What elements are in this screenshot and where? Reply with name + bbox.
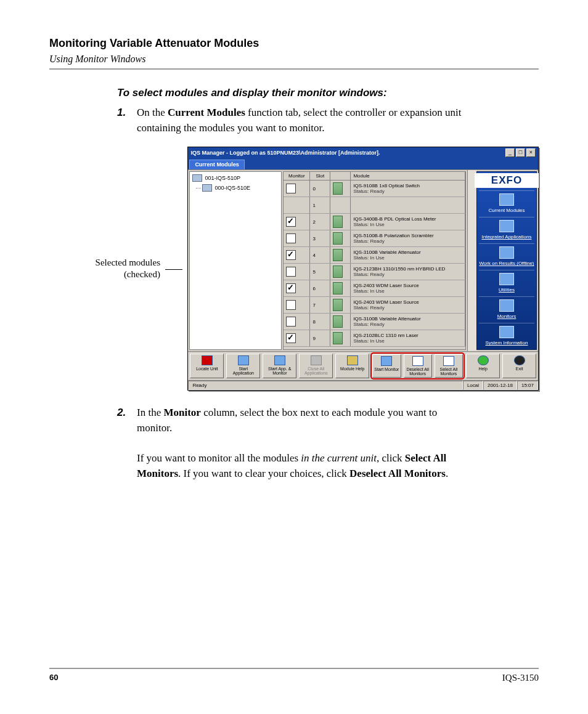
module-status: Status: In Use	[353, 288, 419, 294]
module-status: Status: Ready	[353, 238, 433, 244]
select-all-monitors-button[interactable]: Select All Monitors	[435, 354, 463, 378]
close-all-applications-button: Close All Applications	[299, 354, 333, 378]
column-headers: Monitor Slot Module	[284, 172, 465, 181]
nav-label: Integrated Applications	[479, 234, 534, 240]
app-window: IQS Manager - Logged on as 510PNUM23\Adm…	[187, 147, 539, 391]
module-row: 5IQS-2123BH 1310/1550 nm HYBRID LEDStatu…	[284, 264, 465, 280]
nav-item[interactable]: Current Modules	[479, 190, 534, 217]
slot-number: 2	[310, 214, 330, 230]
select-icon	[443, 356, 454, 366]
nav-label: Current Modules	[479, 208, 534, 213]
module-name: IQS-2102BLC 1310 nm Laser	[353, 333, 418, 338]
module-name: IQS-3400B-B PDL Optical Loss Meter	[353, 216, 436, 222]
module-row: 9IQS-2102BLC 1310 nm LaserStatus: In Use	[284, 330, 465, 347]
slot-number: 9	[310, 330, 330, 346]
tree-child-label: 000-IQS-510E	[214, 185, 250, 191]
module-info[interactable]	[351, 197, 465, 213]
nav-item[interactable]: Monitors	[479, 296, 534, 323]
module-info[interactable]: IQS-2102BLC 1310 nm LaserStatus: In Use	[351, 330, 465, 346]
module-info[interactable]: IQS-3100B Variable AttenuatorStatus: In …	[351, 247, 465, 263]
close-button[interactable]: ×	[526, 148, 536, 157]
deselect-icon	[412, 356, 423, 366]
module-info[interactable]: IQS-2123BH 1310/1550 nm HYBRID LEDStatus…	[351, 264, 465, 280]
step-2-p2-e: . If you want to clear your choices, cli…	[178, 468, 349, 479]
module-info[interactable]: IQS-3100B Variable AttenuatorStatus: Rea…	[351, 314, 465, 330]
callout-selected-modules: Selected modules (checked)	[74, 257, 160, 281]
minimize-button[interactable]: _	[505, 148, 515, 157]
module-row: 6IQS-2403 WDM Laser SourceStatus: In Use	[284, 280, 465, 297]
start-monitor-button[interactable]: Start Monitor	[372, 354, 401, 378]
locate-icon	[202, 355, 213, 365]
monitor-checkbox[interactable]	[286, 184, 296, 193]
step-2-p2-italic: in the current unit	[301, 452, 377, 464]
unit-icon	[192, 174, 202, 182]
nav-label: Monitors	[479, 314, 534, 319]
help-book-icon	[347, 355, 358, 365]
module-row: 8IQS-3100B Variable AttenuatorStatus: Re…	[284, 314, 465, 330]
module-icon	[333, 216, 343, 228]
tab-current-modules[interactable]: Current Modules	[189, 160, 245, 169]
nav-item[interactable]: Utilities	[479, 270, 534, 296]
nav-item[interactable]: Integrated Applications	[479, 217, 534, 243]
tree-node-root[interactable]: 001-IQS-510P	[192, 174, 279, 182]
titlebar: IQS Manager - Logged on as 510PNUM23\Adm…	[188, 147, 538, 158]
deselect-all-monitors-button[interactable]: Deselect All Monitors	[404, 354, 432, 378]
step-2-p2-bold2: Deselect All Monitors	[349, 468, 446, 479]
monitor-icon	[381, 356, 392, 366]
scrollbar[interactable]	[467, 170, 476, 351]
monitor-checkbox[interactable]	[286, 233, 296, 243]
status-ready: Ready	[188, 381, 463, 390]
module-info[interactable]: IQS-9108B 1x8 Optical SwitchStatus: Read…	[351, 181, 465, 197]
locate-unit-button[interactable]: Locate Unit	[190, 354, 224, 378]
col-monitor: Monitor	[284, 172, 310, 180]
highlighted-monitor-buttons: Start Monitor Deselect All Monitors Sele…	[370, 352, 465, 379]
nav-icon	[499, 299, 514, 312]
status-bar: Ready Local 2001-12-18 15:07	[188, 380, 538, 390]
nav-item[interactable]: Work on Results (Offline)	[479, 243, 534, 270]
exit-button[interactable]: Exit	[502, 354, 536, 378]
module-status: Status: In Use	[353, 222, 436, 227]
start-application-button[interactable]: Start Application	[226, 354, 260, 378]
help-button[interactable]: Help	[466, 354, 500, 378]
module-help-button[interactable]: Module Help	[335, 354, 369, 378]
close-all-icon	[311, 355, 322, 365]
module-row: 1	[284, 197, 465, 214]
monitor-checkbox[interactable]	[286, 300, 296, 310]
monitor-checkbox[interactable]	[286, 283, 296, 293]
monitor-checkbox[interactable]	[286, 333, 296, 343]
tree-node-child[interactable]: 000-IQS-510E	[202, 184, 279, 192]
module-name: IQS-9108B 1x8 Optical Switch	[353, 183, 420, 189]
module-info[interactable]: IQS-5100B-B Polarization ScramblerStatus…	[351, 230, 465, 246]
module-icon	[333, 232, 343, 245]
nav-label: Work on Results (Offline)	[479, 261, 534, 266]
slot-number: 6	[310, 280, 330, 296]
status-local: Local	[463, 381, 483, 390]
col-module: Module	[351, 172, 465, 180]
module-info[interactable]: IQS-3400B-B PDL Optical Loss MeterStatus…	[351, 214, 465, 230]
monitor-checkbox[interactable]	[286, 267, 296, 277]
module-row: 7IQS-2403 WDM Laser SourceStatus: Ready	[284, 297, 465, 314]
maximize-button[interactable]: □	[516, 148, 525, 157]
unit-icon	[202, 184, 212, 192]
step-2-bold: Monitor	[163, 407, 200, 418]
nav-item[interactable]: System Information	[479, 323, 534, 349]
page-number: 60	[49, 673, 58, 683]
module-status: Status: In Use	[353, 338, 418, 344]
window-title: IQS Manager - Logged on as 510PNUM23\Adm…	[190, 150, 380, 156]
nav-icon	[499, 326, 514, 338]
status-time: 15:07	[517, 381, 538, 390]
unit-tree: 001-IQS-510P 000-IQS-510E	[189, 171, 282, 350]
monitor-checkbox[interactable]	[286, 217, 296, 227]
start-app-and-monitor-button[interactable]: Start App. & Monitor	[263, 354, 296, 378]
monitor-checkbox[interactable]	[286, 250, 296, 260]
module-icon	[333, 332, 343, 344]
module-name: IQS-2403 WDM Laser Source	[353, 299, 419, 305]
monitor-checkbox[interactable]	[286, 317, 296, 327]
module-row: 2IQS-3400B-B PDL Optical Loss MeterStatu…	[284, 214, 465, 230]
step-2-p2-a: If you want to monitor all the modules	[137, 452, 301, 464]
button-bar: Locate Unit Start Application Start App.…	[188, 351, 538, 380]
section-subtitle: Using Monitor Windows	[49, 54, 539, 65]
module-info[interactable]: IQS-2403 WDM Laser SourceStatus: Ready	[351, 297, 465, 313]
module-row: 4IQS-3100B Variable AttenuatorStatus: In…	[284, 247, 465, 264]
module-info[interactable]: IQS-2403 WDM Laser SourceStatus: In Use	[351, 280, 465, 296]
